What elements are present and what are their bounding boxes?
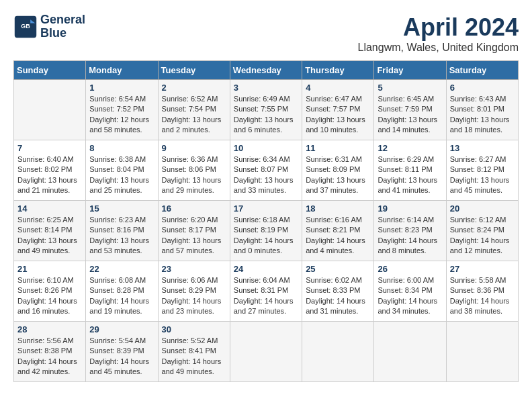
day-info: Sunrise: 5:54 AMSunset: 8:39 PMDaylight:… [89, 336, 154, 377]
day-number: 24 [234, 264, 298, 274]
day-number: 29 [89, 324, 154, 334]
calendar-cell: 1Sunrise: 6:54 AMSunset: 7:52 PMDaylight… [86, 80, 158, 140]
calendar-cell: 5Sunrise: 6:45 AMSunset: 7:59 PMDaylight… [374, 80, 446, 140]
logo: GB General Blue [13, 13, 85, 40]
calendar-week-1: 1Sunrise: 6:54 AMSunset: 7:52 PMDaylight… [14, 80, 519, 140]
calendar-week-5: 28Sunrise: 5:56 AMSunset: 8:38 PMDayligh… [14, 322, 519, 382]
day-info: Sunrise: 6:40 AMSunset: 8:02 PMDaylight:… [17, 154, 82, 196]
day-number: 23 [162, 264, 226, 274]
day-info: Sunrise: 6:18 AMSunset: 8:19 PMDaylight:… [234, 215, 298, 257]
main-title: April 2024 [357, 13, 519, 42]
calendar-cell: 4Sunrise: 6:47 AMSunset: 7:57 PMDaylight… [302, 80, 374, 140]
calendar-cell [14, 80, 86, 140]
day-number: 8 [89, 143, 154, 153]
day-info: Sunrise: 6:45 AMSunset: 7:59 PMDaylight:… [378, 94, 442, 136]
calendar-cell: 20Sunrise: 6:12 AMSunset: 8:24 PMDayligh… [446, 201, 518, 261]
day-number: 1 [89, 83, 154, 93]
day-header-wednesday: Wednesday [230, 61, 302, 80]
calendar-cell: 29Sunrise: 5:54 AMSunset: 8:39 PMDayligh… [86, 322, 158, 382]
calendar-cell: 26Sunrise: 6:00 AMSunset: 8:34 PMDayligh… [374, 261, 446, 322]
day-number: 12 [378, 143, 442, 153]
day-info: Sunrise: 6:34 AMSunset: 8:07 PMDaylight:… [234, 154, 298, 196]
day-number: 3 [234, 83, 298, 93]
day-info: Sunrise: 6:38 AMSunset: 8:04 PMDaylight:… [89, 154, 154, 196]
header: GB General Blue April 2024 Llangwm, Wale… [13, 13, 519, 54]
calendar-cell: 14Sunrise: 6:25 AMSunset: 8:14 PMDayligh… [14, 201, 86, 261]
day-info: Sunrise: 6:31 AMSunset: 8:09 PMDaylight:… [306, 154, 370, 196]
day-number: 17 [234, 203, 298, 214]
day-info: Sunrise: 6:25 AMSunset: 8:14 PMDaylight:… [17, 215, 82, 257]
calendar-cell: 19Sunrise: 6:14 AMSunset: 8:23 PMDayligh… [374, 201, 446, 261]
calendar-cell: 15Sunrise: 6:23 AMSunset: 8:16 PMDayligh… [86, 201, 158, 261]
day-number: 25 [306, 264, 370, 274]
logo-text: General Blue [40, 13, 85, 40]
title-area: April 2024 Llangwm, Wales, United Kingdo… [357, 13, 519, 54]
day-number: 22 [89, 264, 154, 274]
subtitle: Llangwm, Wales, United Kingdom [357, 42, 519, 54]
calendar-cell: 7Sunrise: 6:40 AMSunset: 8:02 PMDaylight… [14, 140, 86, 201]
day-info: Sunrise: 6:27 AMSunset: 8:12 PMDaylight:… [450, 154, 515, 196]
day-number: 11 [306, 143, 370, 153]
calendar-cell: 23Sunrise: 6:06 AMSunset: 8:29 PMDayligh… [158, 261, 230, 322]
day-info: Sunrise: 6:54 AMSunset: 7:52 PMDaylight:… [89, 94, 154, 136]
day-info: Sunrise: 5:56 AMSunset: 8:38 PMDaylight:… [17, 336, 82, 377]
calendar-cell: 27Sunrise: 5:58 AMSunset: 8:36 PMDayligh… [446, 261, 518, 322]
day-number: 13 [450, 143, 515, 153]
day-header-saturday: Saturday [446, 61, 518, 80]
day-number: 21 [17, 264, 82, 274]
day-header-monday: Monday [86, 61, 158, 80]
day-header-tuesday: Tuesday [158, 61, 230, 80]
calendar-cell: 22Sunrise: 6:08 AMSunset: 8:28 PMDayligh… [86, 261, 158, 322]
calendar-cell: 6Sunrise: 6:43 AMSunset: 8:01 PMDaylight… [446, 80, 518, 140]
day-info: Sunrise: 6:16 AMSunset: 8:21 PMDaylight:… [306, 215, 370, 257]
calendar-cell: 3Sunrise: 6:49 AMSunset: 7:55 PMDaylight… [230, 80, 302, 140]
calendar-cell: 11Sunrise: 6:31 AMSunset: 8:09 PMDayligh… [302, 140, 374, 201]
calendar-week-4: 21Sunrise: 6:10 AMSunset: 8:26 PMDayligh… [14, 261, 519, 322]
day-number: 15 [89, 203, 154, 214]
day-number: 4 [306, 83, 370, 93]
calendar-cell: 2Sunrise: 6:52 AMSunset: 7:54 PMDaylight… [158, 80, 230, 140]
day-number: 26 [378, 264, 442, 274]
day-info: Sunrise: 6:20 AMSunset: 8:17 PMDaylight:… [162, 215, 226, 257]
calendar-table: SundayMondayTuesdayWednesdayThursdayFrid… [13, 60, 519, 382]
day-header-friday: Friday [374, 61, 446, 80]
calendar-cell: 21Sunrise: 6:10 AMSunset: 8:26 PMDayligh… [14, 261, 86, 322]
calendar-cell: 10Sunrise: 6:34 AMSunset: 8:07 PMDayligh… [230, 140, 302, 201]
day-number: 19 [378, 203, 442, 214]
calendar-cell [230, 322, 302, 382]
day-header-thursday: Thursday [302, 61, 374, 80]
day-number: 14 [17, 203, 82, 214]
calendar-cell: 25Sunrise: 6:02 AMSunset: 8:33 PMDayligh… [302, 261, 374, 322]
calendar-cell: 12Sunrise: 6:29 AMSunset: 8:11 PMDayligh… [374, 140, 446, 201]
calendar-cell: 30Sunrise: 5:52 AMSunset: 8:41 PMDayligh… [158, 322, 230, 382]
day-info: Sunrise: 6:36 AMSunset: 8:06 PMDaylight:… [162, 154, 226, 196]
day-info: Sunrise: 6:23 AMSunset: 8:16 PMDaylight:… [89, 215, 154, 257]
day-header-sunday: Sunday [14, 61, 86, 80]
day-number: 9 [162, 143, 226, 153]
day-number: 2 [162, 83, 226, 93]
calendar-week-3: 14Sunrise: 6:25 AMSunset: 8:14 PMDayligh… [14, 201, 519, 261]
day-info: Sunrise: 6:43 AMSunset: 8:01 PMDaylight:… [450, 94, 515, 136]
header-row: SundayMondayTuesdayWednesdayThursdayFrid… [14, 61, 519, 80]
calendar-cell: 17Sunrise: 6:18 AMSunset: 8:19 PMDayligh… [230, 201, 302, 261]
day-info: Sunrise: 6:06 AMSunset: 8:29 PMDaylight:… [162, 275, 226, 317]
day-info: Sunrise: 6:49 AMSunset: 7:55 PMDaylight:… [234, 94, 298, 136]
calendar-cell: 9Sunrise: 6:36 AMSunset: 8:06 PMDaylight… [158, 140, 230, 201]
calendar-cell: 28Sunrise: 5:56 AMSunset: 8:38 PMDayligh… [14, 322, 86, 382]
calendar-cell [374, 322, 446, 382]
day-info: Sunrise: 6:00 AMSunset: 8:34 PMDaylight:… [378, 275, 442, 317]
calendar-week-2: 7Sunrise: 6:40 AMSunset: 8:02 PMDaylight… [14, 140, 519, 201]
day-number: 6 [450, 83, 515, 93]
day-info: Sunrise: 6:14 AMSunset: 8:23 PMDaylight:… [378, 215, 442, 257]
day-info: Sunrise: 6:47 AMSunset: 7:57 PMDaylight:… [306, 94, 370, 136]
calendar-cell: 18Sunrise: 6:16 AMSunset: 8:21 PMDayligh… [302, 201, 374, 261]
day-info: Sunrise: 5:52 AMSunset: 8:41 PMDaylight:… [162, 336, 226, 377]
svg-text:GB: GB [21, 23, 30, 30]
day-info: Sunrise: 6:12 AMSunset: 8:24 PMDaylight:… [450, 215, 515, 257]
day-info: Sunrise: 6:02 AMSunset: 8:33 PMDaylight:… [306, 275, 370, 317]
day-info: Sunrise: 5:58 AMSunset: 8:36 PMDaylight:… [450, 275, 515, 317]
logo-icon: GB [13, 15, 38, 39]
day-number: 16 [162, 203, 226, 214]
calendar-cell [302, 322, 374, 382]
calendar-cell: 24Sunrise: 6:04 AMSunset: 8:31 PMDayligh… [230, 261, 302, 322]
